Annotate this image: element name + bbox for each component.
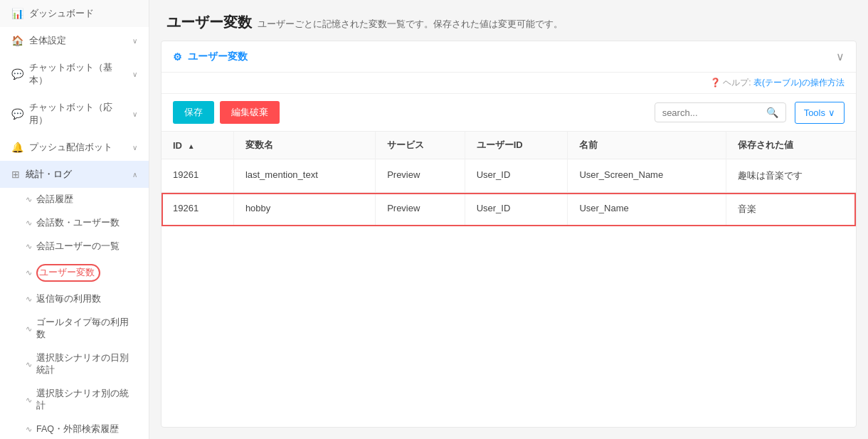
wave-icon: ∿ — [26, 268, 32, 277]
page-subtitle: ユーザーごとに記憶された変数一覧です。保存された値は変更可能です。 — [258, 18, 563, 29]
toolbar: 保存 編集破棄 🔍 Tools ∨ — [162, 94, 856, 132]
sidebar-sub-item-label: 会話ユーザーの一覧 — [36, 240, 120, 253]
sidebar-sub-item-label: 選択肢シナリオの日別統計 — [36, 352, 137, 376]
data-table: ID ▲ 変数名 サービス ユーザーID 名前 — [162, 132, 856, 226]
search-icon: 🔍 — [766, 107, 778, 118]
sidebar-item-dashboard[interactable]: 📊 ダッシュボード — [0, 0, 149, 27]
sidebar-item-label: プッシュ配信ボット — [29, 141, 112, 154]
wave-icon: ∿ — [26, 324, 32, 334]
chevron-down-icon: ∨ — [132, 110, 137, 118]
chevron-down-icon: ∨ — [132, 37, 137, 45]
wave-icon: ∿ — [26, 295, 32, 304]
sidebar-item-chatbot-basic[interactable]: 💬 チャットボット（基本） ∨ — [0, 54, 149, 94]
table-cell-1: hobby — [233, 193, 375, 226]
gear-icon: ⚙ — [173, 51, 182, 63]
sidebar-item-push-bot[interactable]: 🔔 プッシュ配信ボット ∨ — [0, 134, 149, 161]
table-cell-1: last_mention_text — [233, 159, 375, 193]
table-row[interactable]: 19261hobbyPreviewUser_IDUser_Name音楽 — [162, 193, 856, 226]
sidebar-item-label: 全体設定 — [29, 34, 66, 47]
save-button[interactable]: 保存 — [173, 101, 214, 124]
col-header-id[interactable]: ID ▲ — [162, 132, 233, 159]
sidebar: 📊 ダッシュボード 🏠 全体設定 ∨ 💬 チャットボット（基本） ∨ 💬 チャッ… — [0, 0, 149, 439]
sidebar-sub-item-label: ユーザー変数 — [36, 264, 100, 282]
chevron-down-icon: ∨ — [132, 70, 137, 78]
sidebar-item-label: ダッシュボード — [29, 7, 94, 20]
table-cell-3: User_ID — [465, 193, 568, 226]
page-title: ユーザー変数 — [166, 14, 252, 30]
chevron-down-icon: ∨ — [132, 144, 137, 152]
col-header-service[interactable]: サービス — [376, 132, 465, 159]
discard-button[interactable]: 編集破棄 — [220, 101, 280, 124]
panel-title-group: ⚙ ユーザー変数 — [173, 51, 248, 63]
sidebar-sub-item-label: 会話履歴 — [36, 194, 73, 206]
col-header-variable-name[interactable]: 変数名 — [233, 132, 375, 159]
table-cell-5: 趣味は音楽です — [726, 159, 856, 193]
panel-help: ❓ ヘルプ: 表(テーブル)の操作方法 — [162, 73, 856, 94]
sidebar-sub-item-label: 会話数・ユーザー数 — [36, 217, 120, 229]
sidebar-sub-item-choice-scenario-stats[interactable]: ∿ 選択肢シナリオ別の統計 — [0, 382, 149, 418]
col-header-user-id[interactable]: ユーザーID — [465, 132, 568, 159]
table-cell-4: User_Screen_Name — [568, 159, 726, 193]
sidebar-sub-item-conversation-history[interactable]: ∿ 会話履歴 — [0, 188, 149, 211]
toolbar-left: 保存 編集破棄 — [173, 101, 280, 124]
sort-asc-icon: ▲ — [188, 142, 195, 150]
table-cell-0: 19261 — [162, 159, 233, 193]
grid-icon: ⊞ — [11, 169, 20, 180]
search-box: 🔍 — [655, 102, 786, 122]
sidebar-item-global-settings[interactable]: 🏠 全体設定 ∨ — [0, 27, 149, 54]
panel-header: ⚙ ユーザー変数 ∨ — [162, 41, 856, 73]
home-icon: 🏠 — [11, 35, 23, 46]
sidebar-sub-item-label: ゴールタイプ毎の利用数 — [36, 317, 137, 341]
wave-icon: ∿ — [26, 425, 32, 434]
bell-icon: 🔔 — [11, 142, 23, 153]
sidebar-sub-item-label: 選択肢シナリオ別の統計 — [36, 388, 137, 412]
sidebar-item-label: チャットボット（応用） — [29, 101, 127, 127]
sidebar-item-stats-log[interactable]: ⊞ 統計・ログ ∧ — [0, 161, 149, 188]
sidebar-item-label: チャットボット（基本） — [29, 61, 127, 87]
wave-icon: ∿ — [26, 396, 32, 405]
sidebar-item-label: 統計・ログ — [26, 168, 72, 181]
sidebar-sub-item-usage-per-response[interactable]: ∿ 返信毎の利用数 — [0, 287, 149, 311]
sidebar-sub-item-faq-external-history[interactable]: ∿ FAQ・外部検索履歴 — [0, 418, 149, 439]
chat-icon: 💬 — [11, 68, 23, 80]
table-cell-4: User_Name — [568, 193, 726, 226]
tools-label: Tools — [804, 107, 825, 118]
collapse-icon[interactable]: ∨ — [836, 50, 845, 63]
sidebar-sub-item-conversation-user-list[interactable]: ∿ 会話ユーザーの一覧 — [0, 235, 149, 258]
table-cell-3: User_ID — [465, 159, 568, 193]
search-input[interactable] — [662, 107, 762, 118]
sidebar-sub-item-usage-per-goaltype[interactable]: ∿ ゴールタイプ毎の利用数 — [0, 311, 149, 347]
sidebar-sub-item-choice-daily-stats[interactable]: ∿ 選択肢シナリオの日別統計 — [0, 347, 149, 382]
wave-icon: ∿ — [26, 360, 32, 369]
content-panel: ⚙ ユーザー変数 ∨ ❓ ヘルプ: 表(テーブル)の操作方法 保存 編集破棄 🔍… — [161, 41, 857, 428]
table-cell-0: 19261 — [162, 193, 233, 226]
page-header: ユーザー変数 ユーザーごとに記憶された変数一覧です。保存された値は変更可能です。 — [149, 0, 868, 41]
table-header-row: ID ▲ 変数名 サービス ユーザーID 名前 — [162, 132, 856, 159]
sidebar-item-chatbot-advanced[interactable]: 💬 チャットボット（応用） ∨ — [0, 94, 149, 134]
tools-button[interactable]: Tools ∨ — [795, 102, 845, 124]
tools-chevron-icon: ∨ — [828, 107, 835, 118]
sidebar-sub-item-user-variables[interactable]: ∿ ユーザー変数 — [0, 258, 149, 287]
table-wrap: ID ▲ 変数名 サービス ユーザーID 名前 — [162, 132, 856, 427]
table-cell-2: Preview — [376, 159, 465, 193]
dashboard-icon: 📊 — [11, 8, 23, 19]
wave-icon: ∿ — [26, 242, 32, 251]
chevron-up-icon: ∧ — [132, 171, 137, 179]
sidebar-sub-item-conversation-user-count[interactable]: ∿ 会話数・ユーザー数 — [0, 211, 149, 235]
table-cell-2: Preview — [376, 193, 465, 226]
col-header-name[interactable]: 名前 — [568, 132, 726, 159]
panel-title-text: ユーザー変数 — [188, 51, 248, 63]
sidebar-sub-item-label: FAQ・外部検索履歴 — [36, 423, 119, 435]
sidebar-sub-item-label: 返信毎の利用数 — [36, 293, 101, 305]
main-content: ユーザー変数 ユーザーごとに記憶された変数一覧です。保存された値は変更可能です。… — [149, 0, 868, 439]
wave-icon: ∿ — [26, 218, 32, 228]
wave-icon: ∿ — [26, 195, 32, 204]
chat-icon: 💬 — [11, 108, 23, 120]
help-link[interactable]: 表(テーブル)の操作方法 — [753, 78, 845, 88]
table-cell-5: 音楽 — [726, 193, 856, 226]
table-row[interactable]: 19261last_mention_textPreviewUser_IDUser… — [162, 159, 856, 193]
col-header-saved-value[interactable]: 保存された値 — [726, 132, 856, 159]
